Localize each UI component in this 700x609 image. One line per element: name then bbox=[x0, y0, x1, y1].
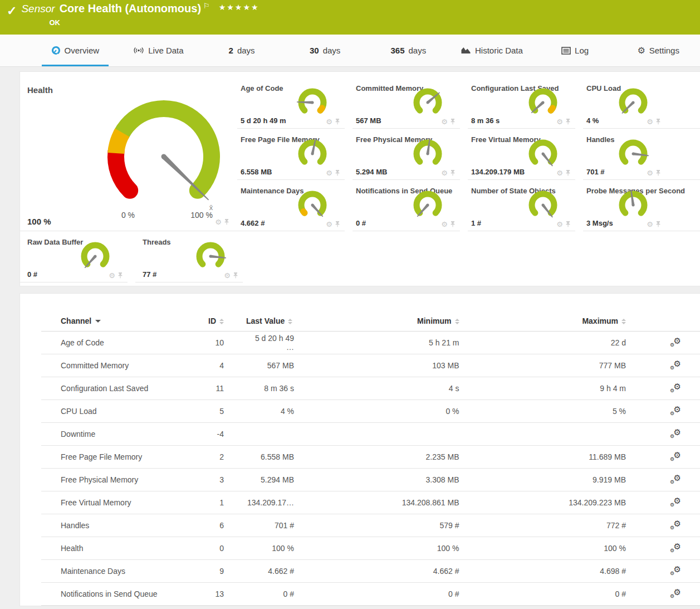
table-row: Maintenance Days 9 4.662 # 4.662 # 4.698… bbox=[41, 560, 700, 583]
gear-icon[interactable]: ⚙ bbox=[556, 169, 563, 177]
pin-icon[interactable] bbox=[335, 119, 340, 125]
column-header-minimum[interactable]: Minimum bbox=[317, 316, 484, 325]
gear-icon[interactable]: ⚙ bbox=[441, 118, 448, 126]
tab-365-days[interactable]: 365 days bbox=[367, 35, 451, 66]
gauge-value: 701 # bbox=[586, 168, 605, 176]
gauge-tile: Configuration Last Saved 8 m 36 s ⚙ bbox=[468, 77, 575, 129]
pin-icon[interactable] bbox=[565, 170, 571, 176]
tab-settings[interactable]: ⚙ Settings bbox=[616, 35, 700, 66]
column-header-maximum[interactable]: Maximum bbox=[484, 316, 652, 325]
channel-last-value: 5.294 MB bbox=[246, 475, 317, 484]
channel-settings-gears-icon[interactable]: ⚙⚙ bbox=[670, 543, 681, 553]
channel-name: CPU Load bbox=[41, 407, 204, 416]
gauge-tile: Committed Memory 567 MB ⚙ bbox=[353, 77, 460, 129]
channel-last-value: 134.209.17… bbox=[246, 498, 317, 507]
sort-icon bbox=[621, 319, 626, 324]
health-gauge: 0 % 100 % x̄ bbox=[53, 79, 237, 221]
channel-maximum: 0 # bbox=[484, 589, 652, 598]
gauge-value: 4 % bbox=[586, 116, 599, 125]
channel-id: 5 bbox=[204, 407, 246, 416]
channel-settings-gears-icon[interactable]: ⚙⚙ bbox=[670, 406, 681, 416]
gear-icon[interactable]: ⚙ bbox=[326, 118, 332, 126]
page-title: Core Health (Autonomous) bbox=[60, 2, 201, 15]
table-row: Free Physical Memory 3 5.294 MB 3.308 MB… bbox=[41, 469, 700, 491]
small-gauge-bottom-row: Raw Data Buffer 0 # ⚙ Threads 77 # ⚙ bbox=[20, 231, 700, 282]
channel-settings-gears-icon[interactable]: ⚙⚙ bbox=[670, 520, 681, 530]
tab-number: 30 bbox=[310, 46, 319, 55]
channel-minimum: 0 % bbox=[317, 407, 484, 416]
gear-icon[interactable]: ⚙ bbox=[647, 220, 653, 228]
pin-icon[interactable] bbox=[655, 170, 661, 176]
gear-icon[interactable]: ⚙ bbox=[441, 169, 448, 177]
pin-icon[interactable] bbox=[450, 221, 456, 227]
gear-icon[interactable]: ⚙ bbox=[326, 169, 332, 177]
gear-icon[interactable]: ⚙ bbox=[224, 271, 231, 280]
channel-settings-gears-icon[interactable]: ⚙⚙ bbox=[670, 360, 681, 370]
gauge-title: Health bbox=[27, 85, 53, 95]
channel-settings-gears-icon[interactable]: ⚙⚙ bbox=[670, 337, 681, 347]
table-row: Configuration Last Saved 11 8 m 36 s 4 s… bbox=[41, 377, 700, 400]
gauge-value: 134.209.179 MB bbox=[471, 168, 525, 176]
svg-text:100 %: 100 % bbox=[190, 211, 213, 220]
channel-minimum: 100 % bbox=[317, 544, 484, 553]
pin-icon[interactable] bbox=[565, 221, 571, 227]
channel-maximum: 777 MB bbox=[484, 361, 652, 370]
channel-settings-gears-icon[interactable]: ⚙⚙ bbox=[670, 383, 681, 393]
channel-settings-gears-icon[interactable]: ⚙⚙ bbox=[670, 588, 681, 598]
gauge-value: 4.662 # bbox=[241, 219, 265, 227]
tab-historic-data[interactable]: Historic Data bbox=[450, 35, 533, 66]
gauge-tile: Probe Messages per Second 3 Msg/s ⚙ bbox=[583, 180, 700, 231]
tab-overview[interactable]: Overview bbox=[33, 35, 117, 66]
gear-icon[interactable]: ⚙ bbox=[441, 220, 448, 228]
column-header-last-value[interactable]: Last Value bbox=[246, 316, 317, 325]
channel-last-value: 4.662 # bbox=[246, 567, 317, 576]
channel-id: 11 bbox=[204, 384, 246, 393]
tab-live-data[interactable]: Live Data bbox=[117, 35, 200, 66]
gauge bbox=[292, 188, 332, 223]
pin-icon[interactable] bbox=[655, 221, 661, 227]
channel-name: Configuration Last Saved bbox=[41, 384, 204, 393]
health-gauge-tile: Health 0 % 100 % x̄ 100 % ⚙ bbox=[20, 77, 237, 231]
gear-icon[interactable]: ⚙ bbox=[326, 220, 332, 228]
gauge bbox=[523, 188, 563, 223]
pin-icon[interactable] bbox=[450, 119, 456, 125]
pin-icon[interactable] bbox=[224, 219, 229, 225]
pin-icon[interactable] bbox=[335, 221, 340, 227]
gauge-tile: Handles 701 # ⚙ bbox=[583, 129, 700, 180]
gear-icon[interactable]: ⚙ bbox=[647, 169, 653, 177]
column-header-channel[interactable]: Channel bbox=[41, 316, 204, 325]
table-row: Free Page File Memory 2 6.558 MB 2.235 M… bbox=[41, 446, 700, 469]
channel-settings-gears-icon[interactable]: ⚙⚙ bbox=[670, 497, 681, 507]
gauge-title: Age of Code bbox=[241, 84, 283, 92]
channel-maximum: 100 % bbox=[484, 544, 652, 553]
channel-settings-gears-icon[interactable]: ⚙⚙ bbox=[670, 474, 681, 484]
channel-settings-gears-icon[interactable]: ⚙⚙ bbox=[670, 566, 681, 576]
gear-icon[interactable]: ⚙ bbox=[215, 218, 222, 226]
pin-icon[interactable] bbox=[450, 170, 456, 176]
channel-name: Free Physical Memory bbox=[41, 475, 204, 484]
tab-30-days[interactable]: 30 days bbox=[283, 35, 367, 66]
gear-icon[interactable]: ⚙ bbox=[647, 118, 653, 126]
tab-2-days[interactable]: 2 days bbox=[200, 35, 283, 66]
channel-last-value: 0 # bbox=[246, 589, 317, 598]
gear-icon[interactable]: ⚙ bbox=[556, 220, 563, 228]
column-header-id[interactable]: ID bbox=[204, 316, 246, 325]
channel-id: 2 bbox=[204, 452, 246, 461]
gear-icon[interactable]: ⚙ bbox=[109, 271, 115, 280]
pin-icon[interactable] bbox=[233, 272, 238, 279]
gear-icon[interactable]: ⚙ bbox=[556, 118, 563, 126]
tab-log[interactable]: Log bbox=[533, 35, 617, 66]
pin-icon[interactable] bbox=[335, 170, 340, 176]
pin-icon[interactable] bbox=[118, 272, 123, 279]
channel-maximum: 9 h 4 m bbox=[484, 384, 652, 393]
pin-icon[interactable] bbox=[655, 119, 661, 125]
channel-minimum: 579 # bbox=[317, 521, 484, 530]
priority-stars[interactable]: ★★★★★ bbox=[219, 3, 260, 12]
channel-settings-gears-icon[interactable]: ⚙⚙ bbox=[670, 428, 681, 439]
gauge-tile: CPU Load 4 % ⚙ bbox=[583, 77, 700, 129]
table-row: CPU Load 5 4 % 0 % 5 % ⚙⚙ bbox=[41, 400, 700, 423]
channel-settings-gears-icon[interactable]: ⚙⚙ bbox=[670, 451, 681, 461]
table-row: Free Virtual Memory 1 134.209.17… 134.20… bbox=[41, 491, 700, 514]
pin-icon[interactable] bbox=[565, 119, 571, 125]
main-content: Health 0 % 100 % x̄ 100 % ⚙ Age of Code … bbox=[0, 67, 700, 606]
